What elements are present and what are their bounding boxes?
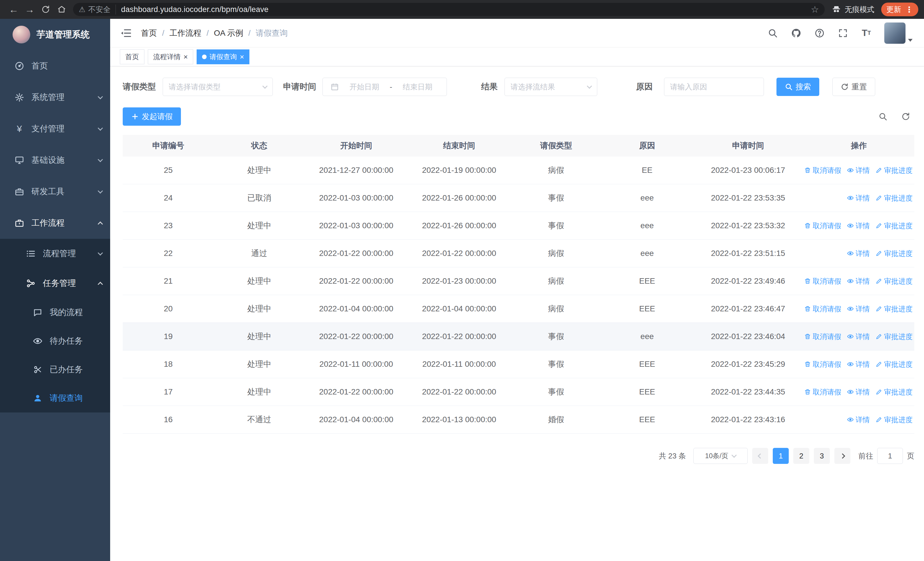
goto-page-input[interactable] [877, 448, 903, 464]
browser-back-icon[interactable]: ← [6, 3, 22, 16]
reason-input[interactable] [670, 83, 758, 92]
result-select[interactable] [504, 78, 597, 96]
reason-field[interactable] [664, 78, 764, 96]
browser-reload-icon[interactable] [38, 3, 54, 16]
eye-icon [847, 416, 854, 423]
next-page-button[interactable] [834, 448, 850, 464]
end-date-input[interactable] [396, 83, 439, 92]
start-date-input[interactable] [343, 83, 386, 92]
address-bar[interactable]: ⚠ 不安全 dashboard.yudao.iocoder.cn/bpm/oa/… [73, 3, 825, 16]
breadcrumb-oa-example[interactable]: OA 示例 [214, 28, 243, 39]
tab-home[interactable]: 首页 [120, 50, 144, 64]
tab-leave-query[interactable]: 请假查询 × [196, 50, 249, 64]
apply-time-range-picker[interactable]: - [322, 78, 447, 96]
cancel-leave-link[interactable]: 取消请假 [804, 221, 841, 230]
sidebar-item-task-management[interactable]: 任务管理 [0, 269, 110, 298]
detail-link[interactable]: 详情 [847, 221, 870, 230]
url-text[interactable]: dashboard.yudao.iocoder.cn/bpm/oa/leave [121, 5, 811, 14]
sidebar-item-infrastructure[interactable]: 基础设施 [0, 144, 110, 176]
detail-link[interactable]: 详情 [847, 415, 870, 424]
cell-leave-type: 病假 [510, 240, 602, 267]
page-button-2[interactable]: 2 [793, 448, 809, 464]
approval-progress-link[interactable]: 审批进度 [876, 359, 913, 369]
detail-link[interactable]: 详情 [847, 359, 870, 369]
approval-progress-link[interactable]: 审批进度 [876, 387, 913, 397]
page-button-1[interactable]: 1 [773, 448, 789, 464]
breadcrumb-home[interactable]: 首页 [141, 28, 157, 39]
sidebar-item-home[interactable]: 首页 [0, 50, 110, 82]
fullscreen-icon[interactable] [837, 27, 849, 39]
delete-icon [804, 278, 811, 284]
cell-end-time: 2022-01-22 00:00:00 [408, 323, 511, 350]
app-logo[interactable]: 芋道管理系统 [0, 19, 110, 50]
github-icon[interactable] [790, 27, 802, 39]
security-warning[interactable]: ⚠ 不安全 [79, 5, 116, 15]
close-icon[interactable]: × [240, 53, 244, 60]
result-input[interactable] [510, 83, 584, 92]
user-menu[interactable] [884, 22, 913, 44]
sidebar-item-payment[interactable]: ¥ 支付管理 [0, 113, 110, 144]
detail-link[interactable]: 详情 [847, 249, 870, 258]
approval-progress-link[interactable]: 审批进度 [876, 415, 913, 424]
detail-link[interactable]: 详情 [847, 304, 870, 314]
sidebar-item-system[interactable]: 系统管理 [0, 82, 110, 113]
browser-menu-icon[interactable]: ⋮ [905, 5, 913, 14]
cancel-leave-link[interactable]: 取消请假 [804, 359, 841, 369]
sidebar-item-label: 任务管理 [43, 278, 99, 289]
tab-process-detail[interactable]: 流程详情 × [148, 50, 193, 64]
approval-progress-link[interactable]: 审批进度 [876, 332, 913, 341]
approval-progress-link[interactable]: 审批进度 [876, 249, 913, 258]
approval-progress-link[interactable]: 审批进度 [876, 193, 913, 203]
tab-label: 请假查询 [210, 52, 237, 62]
user-avatar[interactable] [884, 22, 906, 44]
close-icon[interactable]: × [183, 53, 188, 60]
approval-progress-link[interactable]: 审批进度 [876, 277, 913, 286]
help-icon[interactable] [814, 27, 825, 39]
sidebar-item-my-process[interactable]: 我的流程 [0, 298, 110, 327]
create-leave-button[interactable]: 发起请假 [123, 107, 181, 126]
detail-link[interactable]: 详情 [847, 193, 870, 203]
leave-type-input[interactable] [169, 83, 260, 92]
detail-link[interactable]: 详情 [847, 332, 870, 341]
detail-link[interactable]: 详情 [847, 387, 870, 397]
sidebar-item-process-management[interactable]: 流程管理 [0, 239, 110, 269]
browser-home-icon[interactable] [54, 3, 70, 16]
detail-link[interactable]: 详情 [847, 165, 870, 175]
approval-progress-link[interactable]: 审批进度 [876, 304, 913, 314]
approval-progress-link[interactable]: 审批进度 [876, 165, 913, 175]
sidebar-item-todo-tasks[interactable]: 待办任务 [0, 327, 110, 355]
bookmark-star-icon[interactable]: ☆ [811, 4, 819, 15]
cancel-leave-link[interactable]: 取消请假 [804, 304, 841, 314]
cancel-leave-link[interactable]: 取消请假 [804, 165, 841, 175]
page-button-3[interactable]: 3 [814, 448, 830, 464]
browser-update-button[interactable]: 更新 ⋮ [881, 3, 918, 16]
cell-leave-type: 病假 [510, 156, 602, 184]
toggle-search-icon[interactable] [877, 111, 889, 122]
search-button[interactable]: 搜索 [777, 78, 819, 96]
reset-button[interactable]: 重置 [832, 78, 875, 96]
page-size-select[interactable]: 10条/页 [693, 448, 748, 464]
cancel-leave-link[interactable]: 取消请假 [804, 332, 841, 341]
incognito-icon [831, 5, 841, 14]
sidebar-item-devtools[interactable]: 研发工具 [0, 176, 110, 208]
breadcrumb-workflow[interactable]: 工作流程 [170, 28, 201, 39]
sidebar-item-done-tasks[interactable]: 已办任务 [0, 355, 110, 384]
search-icon[interactable] [767, 27, 778, 39]
sidebar-item-leave-query[interactable]: 请假查询 [0, 384, 110, 412]
browser-forward-icon[interactable]: → [22, 3, 38, 16]
sidebar-toggle-icon[interactable] [119, 26, 133, 40]
cell-id: 17 [123, 378, 214, 406]
cancel-leave-link[interactable]: 取消请假 [804, 277, 841, 286]
leave-type-select[interactable] [163, 78, 273, 96]
eye-icon [32, 335, 44, 347]
cancel-leave-link[interactable]: 取消请假 [804, 387, 841, 397]
update-label: 更新 [886, 5, 901, 15]
refresh-table-icon[interactable] [900, 111, 912, 122]
prev-page-button[interactable] [752, 448, 768, 464]
approval-progress-link[interactable]: 审批进度 [876, 221, 913, 230]
cell-end-time: 2022-01-22 00:00:00 [408, 240, 511, 267]
cell-end-time: 2022-01-04 00:00:00 [408, 295, 511, 322]
font-size-icon[interactable]: TT [861, 27, 872, 39]
sidebar-item-workflow[interactable]: 工作流程 [0, 208, 110, 239]
detail-link[interactable]: 详情 [847, 277, 870, 286]
